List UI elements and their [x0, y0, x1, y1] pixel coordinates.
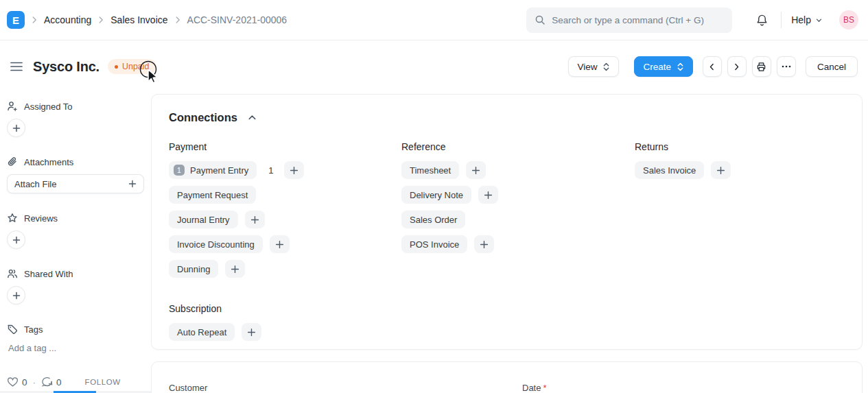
add-payment-entry-button[interactable]: [284, 161, 304, 179]
payment-column-title: Payment: [169, 141, 401, 152]
add-dunning-button[interactable]: [225, 260, 245, 278]
previous-document-button[interactable]: [703, 56, 722, 77]
separator-dot: ·: [33, 377, 36, 388]
plus-icon: [12, 124, 21, 132]
breadcrumb-accounting[interactable]: Accounting: [44, 14, 91, 25]
connection-row: 1 Payment Entry 1: [169, 161, 401, 179]
avatar-initials: BS: [843, 15, 854, 25]
required-marker: *: [543, 383, 546, 393]
add-assignment-button[interactable]: [7, 119, 25, 137]
invoice-discounting-link[interactable]: Invoice Discounting: [169, 235, 263, 253]
subscription-group: Subscription Auto Repeat: [169, 303, 845, 341]
plus-icon: [250, 215, 259, 224]
date-field-group: Date*: [522, 381, 547, 393]
tags-label: Tags: [24, 324, 43, 335]
auto-repeat-link[interactable]: Auto Repeat: [169, 323, 235, 341]
print-button[interactable]: [752, 56, 771, 77]
returns-column: Returns Sales Invoice: [635, 141, 845, 285]
attach-file-label: Attach File: [14, 179, 56, 189]
navbar-divider: [781, 12, 782, 28]
chevron-left-icon: [707, 62, 716, 71]
add-timesheet-button[interactable]: [466, 161, 486, 179]
view-label: View: [577, 62, 597, 72]
attach-file-button[interactable]: Attach File: [7, 174, 144, 193]
like-button[interactable]: [7, 377, 19, 388]
comments-count: 0: [56, 377, 62, 388]
details-card: Customer Date*: [151, 361, 863, 393]
connection-row: POS Invoice: [401, 235, 635, 253]
journal-entry-link[interactable]: Journal Entry: [169, 211, 238, 228]
reviews-label: Reviews: [24, 213, 58, 224]
add-tag-input[interactable]: Add a tag ...: [8, 343, 144, 353]
reference-column: Reference Timesheet Delivery Note: [401, 141, 635, 285]
customer-field-label: Customer: [169, 383, 207, 393]
timesheet-link[interactable]: Timesheet: [401, 161, 459, 179]
breadcrumb-sales-invoice[interactable]: Sales Invoice: [110, 14, 167, 25]
search-icon: [535, 14, 546, 25]
payment-entry-link[interactable]: 1 Payment Entry: [169, 161, 257, 179]
add-auto-repeat-button[interactable]: [242, 323, 261, 341]
breadcrumb-chevron-icon: [30, 15, 39, 25]
cancel-button[interactable]: Cancel: [806, 56, 858, 77]
paperclip-icon: [7, 156, 18, 167]
chevrons-up-down-icon: [677, 62, 684, 71]
ellipsis-icon: [782, 65, 791, 68]
plus-icon: [471, 166, 480, 175]
users-icon: [7, 268, 18, 279]
notifications-button[interactable]: [753, 11, 771, 29]
returns-column-title: Returns: [635, 141, 845, 152]
add-share-button[interactable]: [7, 286, 25, 305]
reference-column-title: Reference: [401, 141, 635, 152]
printer-icon: [756, 62, 766, 72]
add-delivery-note-button[interactable]: [478, 186, 498, 204]
create-menu-button[interactable]: Create: [634, 56, 693, 77]
add-pos-invoice-button[interactable]: [474, 235, 494, 253]
help-menu-button[interactable]: Help: [791, 14, 823, 25]
more-options-button[interactable]: [777, 56, 796, 77]
connection-row: Payment Request: [169, 186, 401, 204]
sales-order-link[interactable]: Sales Order: [401, 211, 465, 228]
collapse-section-button[interactable]: [246, 111, 259, 124]
payment-request-link[interactable]: Payment Request: [169, 186, 256, 204]
view-menu-button[interactable]: View: [568, 56, 619, 77]
payment-entry-count: 1: [268, 165, 273, 176]
attachments-label: Attachments: [24, 157, 73, 167]
connection-row: Auto Repeat: [169, 323, 845, 341]
chevron-up-icon: [247, 112, 257, 123]
plus-icon: [716, 166, 725, 175]
page-title: Sysco Inc.: [33, 59, 99, 75]
plus-icon: [480, 240, 489, 249]
connection-row: Timesheet: [401, 161, 635, 179]
global-search-input[interactable]: Search or type a command (Ctrl + G): [526, 8, 732, 33]
sidebar-toggle-button[interactable]: [7, 58, 26, 75]
breadcrumb-chevron-icon: [173, 15, 183, 25]
add-review-button[interactable]: [7, 230, 25, 249]
add-invoice-discounting-button[interactable]: [270, 235, 290, 253]
delivery-note-link[interactable]: Delivery Note: [401, 186, 471, 204]
shared-with-section: Shared With: [7, 268, 144, 305]
app-logo[interactable]: E: [7, 11, 25, 29]
add-journal-entry-button[interactable]: [245, 211, 265, 228]
dunning-link[interactable]: Dunning: [169, 260, 218, 278]
plus-icon: [231, 265, 239, 274]
follow-button[interactable]: FOLLOW: [85, 378, 121, 386]
comments-button[interactable]: [41, 377, 53, 388]
star-icon: [7, 213, 18, 224]
plus-icon: [275, 240, 284, 249]
navbar-right-group: Help BS: [732, 10, 858, 29]
page-head: Sysco Inc. Unpaid View Create: [0, 40, 868, 93]
pos-invoice-link[interactable]: POS Invoice: [401, 235, 467, 253]
user-avatar[interactable]: BS: [839, 10, 858, 29]
add-sales-invoice-return-button[interactable]: [711, 161, 731, 179]
plus-icon: [247, 328, 256, 337]
plus-icon: [484, 191, 493, 200]
connection-row: Invoice Discounting: [169, 235, 401, 253]
form-body: Connections Payment 1 Payment Entry 1: [151, 93, 868, 393]
tags-section: Tags Add a tag ...: [7, 324, 144, 353]
bell-icon: [755, 14, 769, 27]
cancel-label: Cancel: [817, 62, 846, 72]
next-document-button[interactable]: [727, 56, 747, 77]
sales-invoice-return-link[interactable]: Sales Invoice: [635, 161, 704, 179]
connection-row: Sales Invoice: [635, 161, 845, 179]
form-sidebar: Assigned To Attachments Attach File: [0, 93, 151, 393]
